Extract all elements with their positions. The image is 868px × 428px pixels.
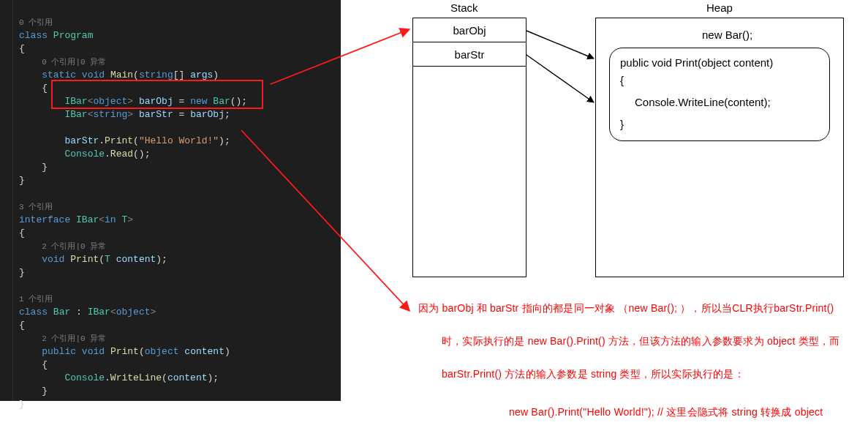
note-line-1: 因为 barObj 和 barStr 指向的都是同一对象 （new Bar();… [418,302,834,315]
heap-label: Heap [706,1,733,14]
heap-brace-open: { [620,72,819,89]
code-body: 0 个引用 class Program { 0 个引用|0 异常 static … [13,0,341,401]
heap-object: public void Print(object content) { Cons… [609,48,830,141]
codelens-hint: 1 个引用 [19,295,53,304]
code-editor: 0 个引用 class Program { 0 个引用|0 异常 static … [0,0,341,401]
heap-method-signature: public void Print(object content) [620,54,819,72]
note-line-3: barStr.Print() 方法的输入参数是 string 类型，所以实际执行… [442,368,744,381]
codelens-hint: 0 个引用 [19,18,53,27]
heap-brace-close: } [620,116,819,133]
stack-cell-barobj: barObj [413,18,526,42]
codelens-hint: 0 个引用|0 异常 [42,58,106,67]
note-line-4: new Bar().Print("Hello World!"); // 这里会隐… [509,406,823,419]
stack-label: Stack [450,1,478,14]
stack-cell-barstr: barStr [413,42,526,67]
editor-gutter [0,0,13,401]
heap-new-bar-label: new Bar(); [702,29,752,41]
heap-box: new Bar(); public void Print(object cont… [595,18,844,277]
codelens-hint: 3 个引用 [19,203,53,211]
codelens-hint: 2 个引用|0 异常 [42,334,106,343]
codelens-hint: 2 个引用|0 异常 [42,242,106,251]
heap-body-line: Console.WriteLine(content); [620,94,819,111]
diagram-panel: Stack Heap barObj barStr new Bar(); publ… [341,0,868,428]
stack-box: barObj barStr [412,18,527,277]
note-line-2: 时，实际执行的是 new Bar().Print() 方法，但该方法的输入参数要… [442,335,839,348]
